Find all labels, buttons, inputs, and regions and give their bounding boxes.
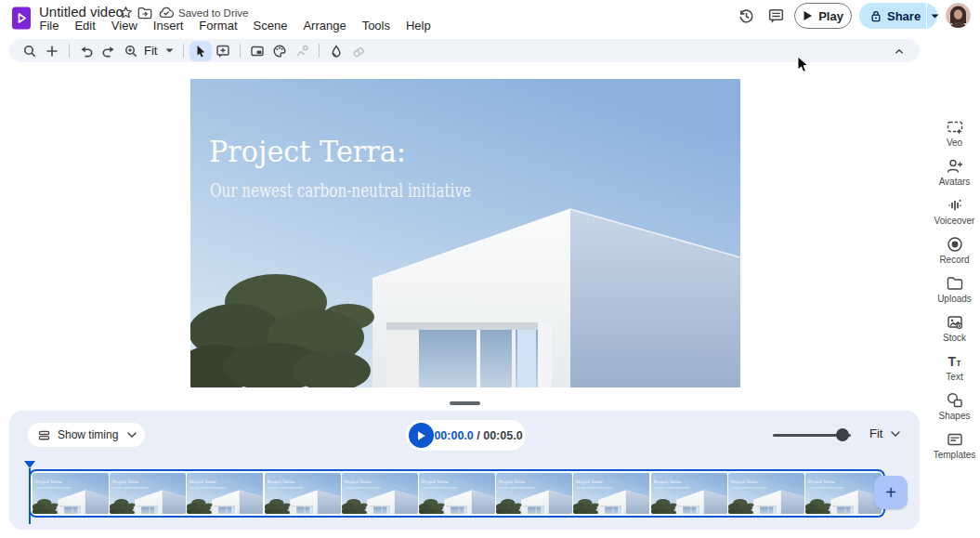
timeline-thumbnail[interactable] [728,473,804,514]
text-icon: Tт [946,352,964,371]
background-image-icon[interactable] [246,41,268,61]
chevron-down-icon [891,431,900,437]
timeline-thumbnail[interactable] [573,473,649,514]
comments-icon[interactable] [767,7,785,25]
show-timing-label: Show timing [58,428,118,441]
sidebar-item-label: Avatars [939,177,971,187]
add-icon[interactable] [41,41,63,61]
panel-resize-handle[interactable] [450,401,480,405]
eraser-icon [347,41,370,61]
account-avatar[interactable] [946,3,971,28]
show-timing-button[interactable]: Show timing [28,423,145,447]
slide-canvas[interactable] [190,79,740,387]
undo-icon[interactable] [75,41,98,61]
sidebar-item-record[interactable]: Record [929,235,980,274]
sidebar-item-label: Uploads [937,294,972,304]
sidebar-item-shapes[interactable]: Shapes [929,391,980,430]
stock-media-icon [946,313,964,332]
share-button-label: Share [887,9,921,23]
avatars-icon [946,157,964,176]
timeline-play-button[interactable] [409,423,434,448]
menu-tools[interactable]: Tools [354,19,398,33]
record-icon [946,235,964,254]
menu-edit[interactable]: Edit [67,19,103,33]
toolbar-divider [240,44,241,58]
redo-icon[interactable] [98,41,120,61]
timeline-thumbnail[interactable] [187,473,263,514]
timeline-fit-label: Fit [869,426,882,440]
version-history-icon[interactable] [738,7,755,25]
add-comment-icon[interactable] [212,41,234,61]
search-icon[interactable] [19,41,41,61]
menu-help[interactable]: Help [398,19,438,33]
sidebar-item-veo[interactable]: Veo [929,118,980,157]
templates-icon [946,430,964,449]
sidebar-item-text[interactable]: Tт Text [929,352,980,391]
total-time: 00:05.0 [483,429,522,442]
google-vids-app: Project Terra: Our newest carbon-neutral… [0,0,980,538]
timeline-zoom-slider[interactable] [773,428,851,441]
menu-view[interactable]: View [103,19,145,33]
edit-toolbar: Fit [9,39,920,62]
playhead-marker[interactable] [24,461,35,468]
select-tool-icon[interactable] [189,41,212,61]
svg-text:т: т [956,358,960,368]
timeline-thumbnail[interactable] [265,473,341,514]
veo-icon [946,118,964,137]
menu-insert[interactable]: Insert [145,19,191,33]
timeline-thumbnail[interactable] [805,473,882,514]
share-button[interactable]: Share [859,3,937,29]
voiceover-icon [946,196,964,215]
caret-down-icon [165,48,174,53]
sidebar-item-label: Shapes [939,411,971,421]
sidebar-item-uploads[interactable]: Uploads [929,274,980,313]
vids-logo-icon[interactable] [11,6,32,31]
time-separator: / [474,429,483,442]
lock-icon [870,9,882,23]
uploads-folder-icon [946,274,964,293]
time-display: 00:00.0 / 00:05.0 [434,429,523,442]
timeline-thumbnail[interactable] [33,473,109,514]
mouse-cursor [797,56,809,73]
play-button-label: Play [818,9,843,23]
add-scene-button[interactable]: + [874,476,908,509]
timeline-thumbnail[interactable] [110,473,186,514]
timeline-fit-dropdown[interactable]: Fit [869,426,900,440]
menu-format[interactable]: Format [191,19,245,33]
timeline-panel: Show timing 00:00.0 / 00:05.0 Fit [9,411,920,530]
menu-arrange[interactable]: Arrange [295,19,354,33]
zoom-in-icon[interactable] [120,41,142,61]
menu-bar: File Edit View Insert Format Scene Arran… [32,18,438,33]
menu-scene[interactable]: Scene [245,19,295,33]
slider-thumb[interactable] [836,428,849,441]
theme-palette-icon[interactable] [268,41,291,61]
menu-file[interactable]: File [32,19,67,33]
timeline-thumbnail[interactable] [342,473,418,514]
caret-down-icon [931,14,939,19]
playback-pill: 00:00.0 / 00:05.0 [406,420,526,451]
timeline-filmstrip[interactable] [29,469,885,518]
sidebar-item-templates[interactable]: Templates [929,430,980,469]
timeline-thumbnail[interactable] [496,473,572,514]
chevron-down-icon [127,432,137,438]
sidebar-item-label: Voiceover [934,216,975,226]
sidebar-item-label: Templates [934,450,976,460]
timeline-thumbnail[interactable] [419,473,495,514]
zoom-level-dropdown[interactable]: Fit [142,44,177,58]
share-dropdown[interactable] [926,3,947,29]
sidebar-item-label: Record [939,255,969,265]
ink-drop-icon[interactable] [325,41,347,61]
shapes-icon [946,391,964,410]
toolbar-divider [183,44,184,58]
play-icon [803,10,813,21]
sidebar-item-voiceover[interactable]: Voiceover [929,196,980,235]
sidebar-item-avatars[interactable]: Avatars [929,157,980,196]
timeline-thumbnail[interactable] [651,473,727,514]
app-header: Untitled video Saved to Drive File Edit … [0,0,980,37]
sidebar-item-stock[interactable]: Stock [929,313,980,352]
collapse-toolbar-icon[interactable] [888,41,910,61]
svg-text:T: T [947,354,956,369]
play-button[interactable]: Play [794,3,852,29]
zoom-level-value: Fit [144,44,157,58]
insert-sidebar: Veo Avatars Voiceover Record Uploads Sto… [929,118,980,469]
